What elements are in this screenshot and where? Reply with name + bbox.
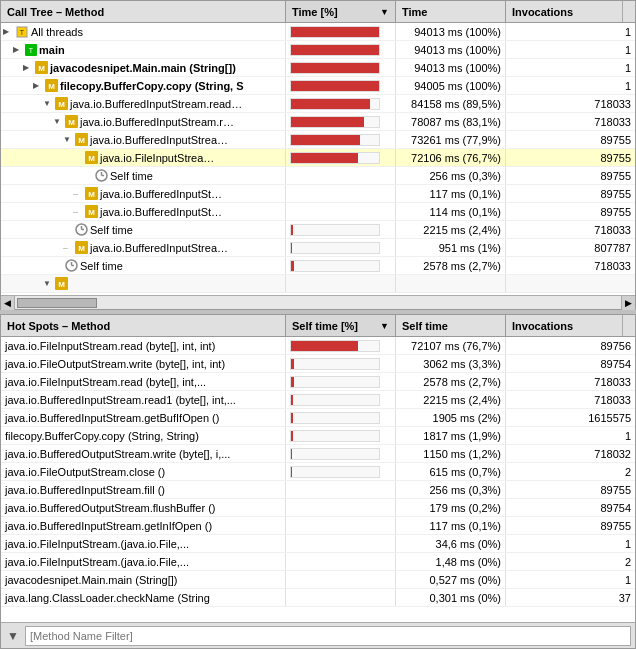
hotspots-body[interactable]: java.io.FileInputStream.read (byte[], in… xyxy=(1,337,635,622)
table-row[interactable]: ▼ M java.io.BufferedInputStream.r… 78087… xyxy=(1,113,635,131)
time-value: 73261 ms (77,9%) xyxy=(396,131,506,148)
method-icon: M xyxy=(65,115,78,128)
invocations-value: 1 xyxy=(506,427,635,444)
row-label: filecopy.BufferCopy.copy (String, S xyxy=(60,80,244,92)
hotspots-selftime-pct-header[interactable]: Self time [%] ▼ xyxy=(286,315,396,336)
time-bar xyxy=(290,152,380,164)
svg-text:M: M xyxy=(88,208,95,217)
table-row[interactable]: – M java.io.BufferedInputSt… 114 ms (0,1… xyxy=(1,203,635,221)
calltree-invocations-header[interactable]: Invocations xyxy=(506,1,623,22)
table-row[interactable]: – M java.io.BufferedInputStrea… 951 ms (… xyxy=(1,239,635,257)
table-row[interactable]: java.io.FileInputStream.read (byte[], in… xyxy=(1,373,635,391)
invocations-value: 89755 xyxy=(506,131,635,148)
selftime-bar-cell xyxy=(286,481,396,498)
selftime-bar-cell xyxy=(286,445,396,462)
svg-text:T: T xyxy=(20,29,25,36)
method-cell: java.io.BufferedOutputStream.flushBuffer… xyxy=(1,499,286,516)
method-cell: java.io.BufferedInputStream.fill () xyxy=(1,481,286,498)
time-bar xyxy=(290,242,380,254)
method-icon: M xyxy=(55,97,68,110)
table-row[interactable]: ▶ M filecopy.BufferCopy.copy (String, S … xyxy=(1,77,635,95)
bar-fill xyxy=(291,431,293,441)
table-row[interactable]: java.io.BufferedInputStream.getInIfOpen … xyxy=(1,517,635,535)
selftime-value: 3062 ms (3,3%) xyxy=(396,355,506,372)
selftime-bar-cell xyxy=(286,355,396,372)
table-row[interactable]: Self time 2578 ms (2,7%) 718033 xyxy=(1,257,635,275)
table-row[interactable]: ▼ M java.io.BufferedInputStrea… 73261 ms… xyxy=(1,131,635,149)
table-row[interactable]: ▶ M javacodesnipet.Main.main (String[]) … xyxy=(1,59,635,77)
svg-text:M: M xyxy=(78,244,85,253)
svg-text:M: M xyxy=(58,280,65,289)
calltree-method-header[interactable]: Call Tree – Method xyxy=(1,1,286,22)
bar-fill xyxy=(291,225,293,235)
table-row[interactable]: java.io.BufferedOutputStream.write (byte… xyxy=(1,445,635,463)
table-row[interactable]: java.io.BufferedInputStream.read1 (byte[… xyxy=(1,391,635,409)
row-label: java.io.BufferedInputStream.read… xyxy=(70,98,242,110)
method-icon: M xyxy=(85,187,98,200)
row-label: java.io.FileInputStrea… xyxy=(100,152,214,164)
hotspots-selftime-header[interactable]: Self time xyxy=(396,315,506,336)
table-row[interactable]: Self time 256 ms (0,3%) 89755 xyxy=(1,167,635,185)
clock-icon xyxy=(75,223,88,236)
scroll-left-btn[interactable]: ◀ xyxy=(1,296,15,310)
invocations-value: 718032 xyxy=(506,445,635,462)
table-row[interactable]: java.io.BufferedInputStream.getBufIfOpen… xyxy=(1,409,635,427)
table-row[interactable]: java.io.FileInputStream. (java.io.File,.… xyxy=(1,535,635,553)
calltree-time-pct-header[interactable]: Time [%] ▼ xyxy=(286,1,396,22)
scroll-thumb[interactable] xyxy=(17,298,97,308)
svg-text:M: M xyxy=(78,136,85,145)
bar-fill xyxy=(291,413,293,423)
invocations-value: 89755 xyxy=(506,185,635,202)
time-value: 2578 ms (2,7%) xyxy=(396,257,506,274)
table-row[interactable]: java.io.FileOutputStream.write (byte[], … xyxy=(1,355,635,373)
table-row[interactable]: filecopy.BufferCopy.copy (String, String… xyxy=(1,427,635,445)
invocations-value: 37 xyxy=(506,589,635,606)
hotspots-method-header[interactable]: Hot Spots – Method xyxy=(1,315,286,336)
bar-fill xyxy=(291,341,358,351)
time-value: 94013 ms (100%) xyxy=(396,23,506,40)
table-row[interactable]: java.io.BufferedInputStream.fill () 256 … xyxy=(1,481,635,499)
invocations-value: 718033 xyxy=(506,257,635,274)
table-row[interactable]: Self time 2215 ms (2,4%) 718033 xyxy=(1,221,635,239)
time-value: 951 ms (1%) xyxy=(396,239,506,256)
table-row[interactable]: ▼ M java.io.BufferedInputStream.read… 84… xyxy=(1,95,635,113)
table-row[interactable]: java.lang.ClassLoader.checkName (String … xyxy=(1,589,635,607)
expand-icon: ▶ xyxy=(3,27,15,36)
table-row[interactable]: – M java.io.BufferedInputSt… 117 ms (0,1… xyxy=(1,185,635,203)
table-row[interactable]: java.io.FileOutputStream.close () 615 ms… xyxy=(1,463,635,481)
bar-fill xyxy=(291,261,294,271)
scroll-right-btn[interactable]: ▶ xyxy=(621,296,635,310)
method-cell: javacodesnipet.Main.main (String[]) xyxy=(1,571,286,588)
selftime-value: 72107 ms (76,7%) xyxy=(396,337,506,354)
invocations-value: 1615575 xyxy=(506,409,635,426)
table-row[interactable]: java.io.BufferedOutputStream.flushBuffer… xyxy=(1,499,635,517)
calltree-time-header[interactable]: Time xyxy=(396,1,506,22)
selftime-value: 615 ms (0,7%) xyxy=(396,463,506,480)
row-label: javacodesnipet.Main.main (String[]) xyxy=(50,62,236,74)
table-row[interactable]: ▶ M java.io.FileInputStrea… 72106 ms (76… xyxy=(1,149,635,167)
invocations-value: 718033 xyxy=(506,221,635,238)
hotspots-invocations-header[interactable]: Invocations xyxy=(506,315,623,336)
expand-icon: ▼ xyxy=(53,117,65,126)
table-row[interactable]: java.io.FileInputStream.read (byte[], in… xyxy=(1,337,635,355)
calltree-body[interactable]: ▶ T All threads 94013 ms (100%) 1 xyxy=(1,23,635,295)
table-row[interactable]: java.io.FileInputStream. (java.io.File,.… xyxy=(1,553,635,571)
selftime-bar-cell xyxy=(286,337,396,354)
invocations-value: 718033 xyxy=(506,391,635,408)
method-cell: java.io.BufferedInputStream.read1 (byte[… xyxy=(1,391,286,408)
method-name-filter-input[interactable] xyxy=(25,626,631,646)
time-bar xyxy=(290,62,380,74)
bar-fill xyxy=(291,135,360,145)
svg-text:M: M xyxy=(48,82,55,91)
time-bar xyxy=(290,44,380,56)
table-row[interactable]: ▼ M xyxy=(1,275,635,293)
table-row[interactable]: javacodesnipet.Main.main (String[]) 0,52… xyxy=(1,571,635,589)
expand-icon: ▶ xyxy=(23,63,35,72)
time-value: 94013 ms (100%) xyxy=(396,41,506,58)
invocations-value: 89756 xyxy=(506,337,635,354)
bar-fill xyxy=(291,467,292,477)
table-row[interactable]: ▶ T main 94013 ms (100%) 1 xyxy=(1,41,635,59)
selftime-bar-cell xyxy=(286,571,396,588)
table-row[interactable]: ▶ T All threads 94013 ms (100%) 1 xyxy=(1,23,635,41)
horizontal-scrollbar[interactable]: ◀ ▶ xyxy=(1,295,635,309)
